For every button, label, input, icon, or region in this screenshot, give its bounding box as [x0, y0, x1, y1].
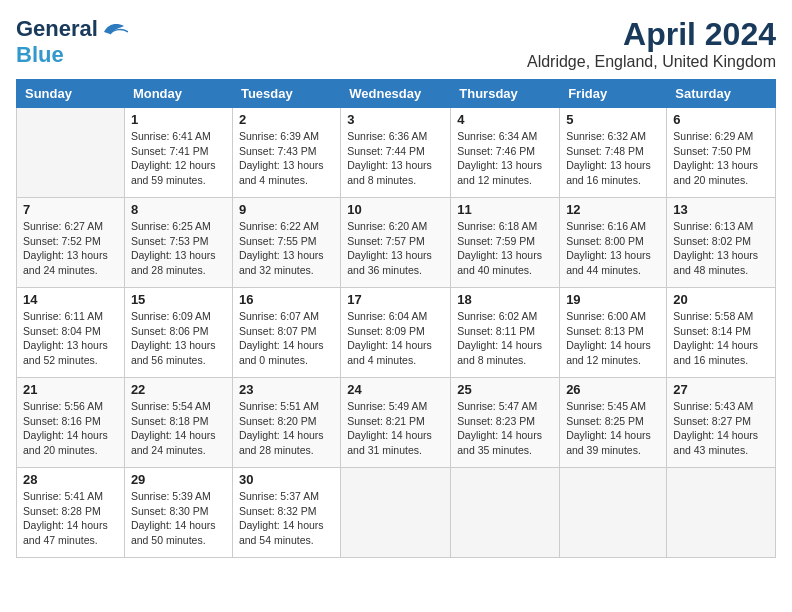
- calendar-cell: [560, 468, 667, 558]
- day-of-week-header: Sunday: [17, 80, 125, 108]
- day-number: 25: [457, 382, 553, 397]
- day-of-week-header: Saturday: [667, 80, 776, 108]
- calendar-cell: 7Sunrise: 6:27 AMSunset: 7:52 PMDaylight…: [17, 198, 125, 288]
- day-info: Sunrise: 6:25 AMSunset: 7:53 PMDaylight:…: [131, 219, 226, 278]
- day-of-week-header: Wednesday: [341, 80, 451, 108]
- day-info: Sunrise: 6:16 AMSunset: 8:00 PMDaylight:…: [566, 219, 660, 278]
- day-number: 19: [566, 292, 660, 307]
- day-number: 28: [23, 472, 118, 487]
- calendar-cell: 20Sunrise: 5:58 AMSunset: 8:14 PMDayligh…: [667, 288, 776, 378]
- location-title: Aldridge, England, United Kingdom: [527, 53, 776, 71]
- day-number: 2: [239, 112, 334, 127]
- day-info: Sunrise: 5:49 AMSunset: 8:21 PMDaylight:…: [347, 399, 444, 458]
- calendar-week-row: 14Sunrise: 6:11 AMSunset: 8:04 PMDayligh…: [17, 288, 776, 378]
- logo-bird-icon: [100, 18, 128, 40]
- day-info: Sunrise: 5:58 AMSunset: 8:14 PMDaylight:…: [673, 309, 769, 368]
- day-number: 12: [566, 202, 660, 217]
- day-of-week-header: Friday: [560, 80, 667, 108]
- day-number: 9: [239, 202, 334, 217]
- day-number: 7: [23, 202, 118, 217]
- day-info: Sunrise: 5:54 AMSunset: 8:18 PMDaylight:…: [131, 399, 226, 458]
- calendar-cell: 18Sunrise: 6:02 AMSunset: 8:11 PMDayligh…: [451, 288, 560, 378]
- calendar-cell: 11Sunrise: 6:18 AMSunset: 7:59 PMDayligh…: [451, 198, 560, 288]
- day-number: 8: [131, 202, 226, 217]
- calendar-cell: 23Sunrise: 5:51 AMSunset: 8:20 PMDayligh…: [232, 378, 340, 468]
- calendar-cell: 9Sunrise: 6:22 AMSunset: 7:55 PMDaylight…: [232, 198, 340, 288]
- day-number: 22: [131, 382, 226, 397]
- calendar-cell: 2Sunrise: 6:39 AMSunset: 7:43 PMDaylight…: [232, 108, 340, 198]
- day-number: 29: [131, 472, 226, 487]
- day-number: 5: [566, 112, 660, 127]
- calendar-cell: 28Sunrise: 5:41 AMSunset: 8:28 PMDayligh…: [17, 468, 125, 558]
- day-info: Sunrise: 6:27 AMSunset: 7:52 PMDaylight:…: [23, 219, 118, 278]
- calendar-cell: 8Sunrise: 6:25 AMSunset: 7:53 PMDaylight…: [124, 198, 232, 288]
- day-info: Sunrise: 5:37 AMSunset: 8:32 PMDaylight:…: [239, 489, 334, 548]
- day-info: Sunrise: 6:20 AMSunset: 7:57 PMDaylight:…: [347, 219, 444, 278]
- calendar-cell: 10Sunrise: 6:20 AMSunset: 7:57 PMDayligh…: [341, 198, 451, 288]
- calendar-cell: [451, 468, 560, 558]
- day-of-week-header: Monday: [124, 80, 232, 108]
- day-info: Sunrise: 6:29 AMSunset: 7:50 PMDaylight:…: [673, 129, 769, 188]
- day-info: Sunrise: 5:39 AMSunset: 8:30 PMDaylight:…: [131, 489, 226, 548]
- calendar-cell: 3Sunrise: 6:36 AMSunset: 7:44 PMDaylight…: [341, 108, 451, 198]
- day-number: 26: [566, 382, 660, 397]
- calendar-cell: 5Sunrise: 6:32 AMSunset: 7:48 PMDaylight…: [560, 108, 667, 198]
- calendar-cell: [17, 108, 125, 198]
- day-info: Sunrise: 5:45 AMSunset: 8:25 PMDaylight:…: [566, 399, 660, 458]
- day-info: Sunrise: 6:07 AMSunset: 8:07 PMDaylight:…: [239, 309, 334, 368]
- calendar-cell: 29Sunrise: 5:39 AMSunset: 8:30 PMDayligh…: [124, 468, 232, 558]
- calendar-cell: 26Sunrise: 5:45 AMSunset: 8:25 PMDayligh…: [560, 378, 667, 468]
- calendar-cell: 14Sunrise: 6:11 AMSunset: 8:04 PMDayligh…: [17, 288, 125, 378]
- day-number: 16: [239, 292, 334, 307]
- calendar-cell: 19Sunrise: 6:00 AMSunset: 8:13 PMDayligh…: [560, 288, 667, 378]
- day-info: Sunrise: 6:04 AMSunset: 8:09 PMDaylight:…: [347, 309, 444, 368]
- day-info: Sunrise: 6:34 AMSunset: 7:46 PMDaylight:…: [457, 129, 553, 188]
- calendar-cell: 1Sunrise: 6:41 AMSunset: 7:41 PMDaylight…: [124, 108, 232, 198]
- day-number: 11: [457, 202, 553, 217]
- day-number: 15: [131, 292, 226, 307]
- day-number: 3: [347, 112, 444, 127]
- logo-general: General: [16, 16, 98, 42]
- day-number: 14: [23, 292, 118, 307]
- calendar-week-row: 21Sunrise: 5:56 AMSunset: 8:16 PMDayligh…: [17, 378, 776, 468]
- day-number: 1: [131, 112, 226, 127]
- day-info: Sunrise: 5:43 AMSunset: 8:27 PMDaylight:…: [673, 399, 769, 458]
- day-number: 6: [673, 112, 769, 127]
- calendar-cell: 13Sunrise: 6:13 AMSunset: 8:02 PMDayligh…: [667, 198, 776, 288]
- day-number: 18: [457, 292, 553, 307]
- calendar-cell: [667, 468, 776, 558]
- calendar-cell: 30Sunrise: 5:37 AMSunset: 8:32 PMDayligh…: [232, 468, 340, 558]
- day-number: 13: [673, 202, 769, 217]
- calendar-table: SundayMondayTuesdayWednesdayThursdayFrid…: [16, 79, 776, 558]
- day-info: Sunrise: 6:11 AMSunset: 8:04 PMDaylight:…: [23, 309, 118, 368]
- logo-blue: Blue: [16, 42, 64, 67]
- month-title: April 2024: [527, 16, 776, 53]
- calendar-cell: [341, 468, 451, 558]
- day-number: 27: [673, 382, 769, 397]
- day-info: Sunrise: 6:41 AMSunset: 7:41 PMDaylight:…: [131, 129, 226, 188]
- day-info: Sunrise: 6:36 AMSunset: 7:44 PMDaylight:…: [347, 129, 444, 188]
- day-number: 20: [673, 292, 769, 307]
- title-area: April 2024 Aldridge, England, United Kin…: [527, 16, 776, 71]
- day-info: Sunrise: 6:18 AMSunset: 7:59 PMDaylight:…: [457, 219, 553, 278]
- calendar-cell: 12Sunrise: 6:16 AMSunset: 8:00 PMDayligh…: [560, 198, 667, 288]
- day-number: 17: [347, 292, 444, 307]
- day-info: Sunrise: 6:09 AMSunset: 8:06 PMDaylight:…: [131, 309, 226, 368]
- calendar-cell: 6Sunrise: 6:29 AMSunset: 7:50 PMDaylight…: [667, 108, 776, 198]
- day-info: Sunrise: 5:41 AMSunset: 8:28 PMDaylight:…: [23, 489, 118, 548]
- day-number: 23: [239, 382, 334, 397]
- calendar-cell: 22Sunrise: 5:54 AMSunset: 8:18 PMDayligh…: [124, 378, 232, 468]
- calendar-cell: 17Sunrise: 6:04 AMSunset: 8:09 PMDayligh…: [341, 288, 451, 378]
- day-info: Sunrise: 6:00 AMSunset: 8:13 PMDaylight:…: [566, 309, 660, 368]
- calendar-cell: 27Sunrise: 5:43 AMSunset: 8:27 PMDayligh…: [667, 378, 776, 468]
- calendar-cell: 16Sunrise: 6:07 AMSunset: 8:07 PMDayligh…: [232, 288, 340, 378]
- day-info: Sunrise: 6:22 AMSunset: 7:55 PMDaylight:…: [239, 219, 334, 278]
- calendar-cell: 4Sunrise: 6:34 AMSunset: 7:46 PMDaylight…: [451, 108, 560, 198]
- day-number: 21: [23, 382, 118, 397]
- day-info: Sunrise: 6:02 AMSunset: 8:11 PMDaylight:…: [457, 309, 553, 368]
- day-info: Sunrise: 5:51 AMSunset: 8:20 PMDaylight:…: [239, 399, 334, 458]
- day-of-week-header: Tuesday: [232, 80, 340, 108]
- calendar-cell: 24Sunrise: 5:49 AMSunset: 8:21 PMDayligh…: [341, 378, 451, 468]
- calendar-cell: 21Sunrise: 5:56 AMSunset: 8:16 PMDayligh…: [17, 378, 125, 468]
- calendar-cell: 15Sunrise: 6:09 AMSunset: 8:06 PMDayligh…: [124, 288, 232, 378]
